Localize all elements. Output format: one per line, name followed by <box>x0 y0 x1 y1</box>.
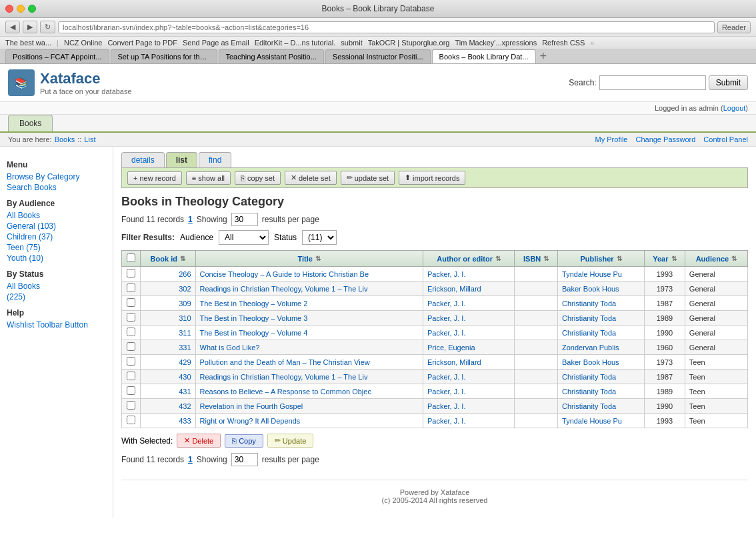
row-checkbox[interactable] <box>127 386 135 395</box>
row-title-link[interactable]: Pollution and the Death of Man – The Chr… <box>200 358 370 366</box>
copy-selected-button[interactable]: ⎘ Copy <box>225 434 263 448</box>
sidebar-link-status-count[interactable]: (225) <box>7 292 106 302</box>
page-number[interactable]: 1 <box>188 215 193 224</box>
row-author-link[interactable]: Packer, J. I. <box>427 314 465 322</box>
delete-set-button[interactable]: ✕ delete set <box>285 171 337 185</box>
sort-title-link[interactable]: Title <box>298 255 313 263</box>
my-profile-link[interactable]: My Profile <box>595 135 628 143</box>
sidebar-link-general[interactable]: General (103) <box>7 221 106 231</box>
search-submit-button[interactable]: Submit <box>709 75 748 90</box>
row-id-link[interactable]: 432 <box>179 402 191 410</box>
sort-year-link[interactable]: Year <box>653 255 668 263</box>
sidebar-link-search-books[interactable]: Search Books <box>7 183 106 192</box>
bookmark-7[interactable]: Tim Mackey'...xpressions <box>455 39 537 47</box>
row-author-link[interactable]: Erickson, Millard <box>427 285 481 293</box>
bookmark-1[interactable]: NCZ Online <box>64 39 102 47</box>
view-tab-details[interactable]: details <box>121 152 165 167</box>
sidebar-link-all-books[interactable]: All Books <box>7 211 106 220</box>
reload-button[interactable]: ↻ <box>40 21 55 33</box>
row-title-link[interactable]: Revelation in the Fourth Gospel <box>200 402 303 410</box>
row-checkbox[interactable] <box>127 401 135 410</box>
row-publisher-link[interactable]: Tyndale House Pu <box>562 270 622 278</box>
books-nav-tab[interactable]: Books <box>8 115 53 131</box>
row-title-link[interactable]: The Best in Theology – Volume 2 <box>200 300 308 308</box>
status-filter-select[interactable]: (11) <box>302 230 337 245</box>
row-author-link[interactable]: Price, Eugenia <box>427 344 475 352</box>
sidebar-link-all-books-status[interactable]: All Books <box>7 282 106 291</box>
row-id-link[interactable]: 310 <box>179 314 191 322</box>
row-author-link[interactable]: Packer, J. I. <box>427 417 465 425</box>
sort-icon-book-id[interactable]: ⇅ <box>180 255 185 262</box>
address-bar[interactable]: localhost/librarian-svn/index.php?~table… <box>58 21 715 33</box>
copy-set-button[interactable]: ⎘ copy set <box>235 171 281 185</box>
sort-icon-author[interactable]: ⇅ <box>495 255 501 262</box>
sort-icon-isbn[interactable]: ⇅ <box>543 255 549 262</box>
row-author-link[interactable]: Packer, J. I. <box>427 402 465 410</box>
audience-filter-select[interactable]: All General Children Teen Youth <box>219 230 269 245</box>
import-records-button[interactable]: ⬆ import records <box>399 171 465 185</box>
row-title-link[interactable]: Readings in Christian Theology, Volume 1… <box>200 285 368 293</box>
control-panel-link[interactable]: Control Panel <box>703 135 748 143</box>
row-publisher-link[interactable]: Baker Book Hous <box>562 358 619 366</box>
bookmark-0[interactable]: The best wa... <box>5 39 51 47</box>
row-publisher-link[interactable]: Christianity Toda <box>562 300 616 308</box>
row-publisher-link[interactable]: Tyndale House Pu <box>562 417 622 425</box>
back-button[interactable]: ◀ <box>5 21 20 33</box>
bookmark-4[interactable]: EditorKit – D...ns tutorial. <box>255 39 336 47</box>
row-publisher-link[interactable]: Christianity Toda <box>562 329 616 337</box>
per-page-bottom-input[interactable] <box>231 453 258 466</box>
change-password-link[interactable]: Change Password <box>635 135 695 143</box>
row-checkbox[interactable] <box>127 357 135 366</box>
row-checkbox[interactable] <box>127 372 135 380</box>
row-id-link[interactable]: 302 <box>179 285 191 293</box>
row-publisher-link[interactable]: Zondervan Publis <box>562 344 619 352</box>
sidebar-link-wishlist[interactable]: Wishlist Toolbar Button <box>7 320 106 330</box>
row-checkbox[interactable] <box>127 269 135 277</box>
bookmark-5[interactable]: submit <box>341 39 362 47</box>
sort-isbn-link[interactable]: ISBN <box>523 255 541 263</box>
sort-author-link[interactable]: Author or editor <box>437 255 493 263</box>
browser-tab-0[interactable]: Positions – FCAT Appoint... <box>5 49 109 63</box>
sort-icon-year[interactable]: ⇅ <box>671 255 677 262</box>
sidebar-link-browse-category[interactable]: Browse By Category <box>7 172 106 181</box>
sidebar-link-children[interactable]: Children (37) <box>7 232 106 241</box>
logout-link[interactable]: Logout <box>723 104 746 112</box>
row-id-link[interactable]: 309 <box>179 300 191 308</box>
row-title-link[interactable]: Right or Wrong? It All Depends <box>200 417 301 425</box>
row-publisher-link[interactable]: Christianity Toda <box>562 388 616 396</box>
sidebar-link-teen[interactable]: Teen (75) <box>7 243 106 252</box>
sort-publisher-link[interactable]: Publisher <box>580 255 613 263</box>
row-author-link[interactable]: Packer, J. I. <box>427 270 465 278</box>
row-title-link[interactable]: The Best in Theology – Volume 3 <box>200 314 308 322</box>
row-title-link[interactable]: The Best in Theology – Volume 4 <box>200 329 308 337</box>
browser-tab-2[interactable]: Teaching Assistant Positio... <box>219 49 324 63</box>
new-record-button[interactable]: + new record <box>127 171 182 185</box>
page-number-bottom[interactable]: 1 <box>188 455 193 464</box>
row-title-link[interactable]: Concise Theology – A Guide to Historic C… <box>200 270 369 278</box>
row-title-link[interactable]: Readings in Christian Theology, Volume 1… <box>200 373 368 381</box>
row-checkbox[interactable] <box>127 284 135 292</box>
update-set-button[interactable]: ✏ update set <box>341 171 395 185</box>
view-tab-list[interactable]: list <box>166 152 197 167</box>
row-publisher-link[interactable]: Christianity Toda <box>562 402 616 410</box>
row-author-link[interactable]: Packer, J. I. <box>427 388 465 396</box>
row-title-link[interactable]: What is God Like? <box>200 344 260 352</box>
forward-button[interactable]: ▶ <box>23 21 37 33</box>
row-id-link[interactable]: 433 <box>179 417 191 425</box>
browser-tab-1[interactable]: Set up TA Positions for the... <box>111 49 217 63</box>
row-author-link[interactable]: Packer, J. I. <box>427 373 465 381</box>
row-author-link[interactable]: Packer, J. I. <box>427 300 465 308</box>
reader-button[interactable]: Reader <box>717 21 751 33</box>
row-checkbox[interactable] <box>127 416 135 424</box>
row-author-link[interactable]: Erickson, Millard <box>427 358 481 366</box>
sort-audience-link[interactable]: Audience <box>696 255 729 263</box>
bookmark-6[interactable]: TakOCR | Stuporglue.org <box>368 39 450 47</box>
row-publisher-link[interactable]: Christianity Toda <box>562 314 616 322</box>
row-author-link[interactable]: Packer, J. I. <box>427 329 465 337</box>
browser-window-controls[interactable] <box>5 5 36 13</box>
sidebar-link-youth[interactable]: Youth (10) <box>7 253 106 263</box>
browser-tab-3[interactable]: Sessional Instructor Positi... <box>325 49 431 63</box>
new-tab-button[interactable]: + <box>540 49 547 63</box>
row-checkbox[interactable] <box>127 328 135 336</box>
bookmark-8[interactable]: Refresh CSS <box>542 39 585 47</box>
